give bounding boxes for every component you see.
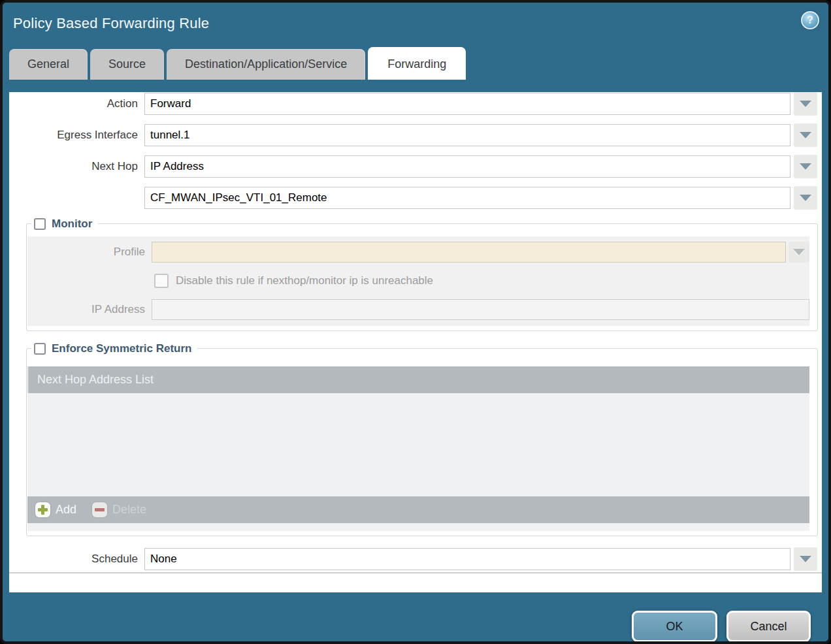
- next-hop-type-field[interactable]: IP Address: [144, 155, 790, 178]
- table-bottom-strip: [27, 523, 809, 531]
- pbf-rule-dialog: Policy Based Forwarding Rule ? General S…: [0, 0, 831, 644]
- monitor-ip-address-label: IP Address: [27, 303, 152, 316]
- tab-forwarding[interactable]: Forwarding: [368, 47, 466, 80]
- monitor-profile-field: [152, 242, 786, 263]
- monitor-body: Profile Disable this rule if nexthop/mon…: [27, 236, 809, 326]
- schedule-row: Schedule None: [9, 547, 817, 571]
- next-hop-row: Next Hop IP Address: [9, 155, 817, 178]
- egress-interface-field[interactable]: tunnel.1: [144, 124, 790, 146]
- minus-icon: [92, 502, 107, 517]
- egress-interface-label: Egress Interface: [9, 129, 144, 142]
- bottom-divider: [9, 572, 822, 573]
- monitor-profile-label: Profile: [27, 246, 152, 259]
- cancel-button[interactable]: Cancel: [726, 611, 811, 642]
- action-row: Action Forward: [9, 92, 817, 116]
- tab-general[interactable]: General: [9, 49, 88, 80]
- monitor-legend: Monitor: [31, 216, 98, 232]
- chevron-down-icon: [800, 163, 811, 170]
- next-hop-address-field[interactable]: CF_MWAN_IPsec_VTI_01_Remote: [144, 187, 790, 209]
- tab-bar: General Source Destination/Application/S…: [9, 47, 828, 80]
- next-hop-address-dropdown-button[interactable]: [794, 186, 817, 210]
- next-hop-address-row: CF_MWAN_IPsec_VTI_01_Remote: [9, 186, 817, 210]
- chevron-down-icon: [800, 101, 811, 107]
- chevron-down-icon: [800, 132, 811, 138]
- dialog-title: Policy Based Forwarding Rule: [13, 15, 209, 31]
- monitor-disable-rule-row: Disable this rule if nexthop/monitor ip …: [154, 274, 809, 288]
- chevron-down-icon: [800, 195, 811, 201]
- monitor-section: Monitor Profile Disable this rule if nex…: [26, 223, 818, 331]
- delete-button-label: Delete: [112, 503, 146, 517]
- enforce-symmetric-return-legend-label: Enforce Symmetric Return: [52, 342, 191, 355]
- delete-button: Delete: [92, 502, 146, 517]
- egress-interface-row: Egress Interface tunnel.1: [9, 123, 817, 147]
- help-icon[interactable]: ?: [801, 11, 819, 29]
- next-hop-address-list-body[interactable]: [27, 393, 809, 496]
- next-hop-address-list-toolbar: Add Delete: [27, 496, 809, 523]
- schedule-label: Schedule: [9, 553, 144, 566]
- ok-button[interactable]: OK: [632, 611, 717, 642]
- action-label: Action: [9, 97, 144, 110]
- next-hop-type-dropdown-button[interactable]: [794, 155, 817, 178]
- tab-destination-application-service[interactable]: Destination/Application/Service: [167, 49, 365, 80]
- add-button-label: Add: [56, 503, 76, 517]
- next-hop-address-list-header: Next Hop Address List: [27, 366, 809, 393]
- disable-rule-label: Disable this rule if nexthop/monitor ip …: [176, 274, 433, 287]
- schedule-dropdown-button[interactable]: [794, 547, 817, 571]
- schedule-field[interactable]: None: [144, 548, 790, 570]
- dialog-button-bar: OK Cancel: [3, 611, 828, 642]
- plus-icon: [35, 502, 50, 517]
- monitor-profile-dropdown-button: [789, 242, 809, 263]
- forwarding-tab-panel: Action Forward Egress Interface tunnel.1…: [9, 92, 822, 592]
- chevron-down-icon: [793, 249, 805, 255]
- monitor-profile-row: Profile: [27, 242, 809, 263]
- chevron-down-icon: [800, 556, 811, 562]
- monitor-checkbox[interactable]: [34, 218, 46, 230]
- egress-interface-dropdown-button[interactable]: [794, 123, 817, 147]
- add-button[interactable]: Add: [35, 502, 76, 517]
- enforce-symmetric-return-body: Next Hop Address List Add Delete: [27, 366, 809, 531]
- enforce-symmetric-return-section: Enforce Symmetric Return Next Hop Addres…: [26, 348, 818, 536]
- disable-rule-checkbox: [154, 274, 169, 288]
- action-dropdown-button[interactable]: [794, 92, 817, 116]
- title-bar: Policy Based Forwarding Rule ?: [3, 3, 828, 47]
- enforce-symmetric-return-checkbox[interactable]: [34, 343, 46, 355]
- action-field[interactable]: Forward: [144, 93, 790, 115]
- enforce-symmetric-return-legend: Enforce Symmetric Return: [31, 341, 197, 357]
- monitor-ip-address-row: IP Address: [27, 299, 809, 320]
- tab-source[interactable]: Source: [90, 49, 164, 80]
- monitor-ip-address-field: [152, 299, 809, 320]
- next-hop-label: Next Hop: [9, 160, 144, 173]
- next-hop-address-list-table: Next Hop Address List Add Delete: [27, 366, 809, 531]
- monitor-legend-label: Monitor: [52, 217, 92, 231]
- monitor-grey-panel: Profile Disable this rule if nexthop/mon…: [27, 236, 809, 326]
